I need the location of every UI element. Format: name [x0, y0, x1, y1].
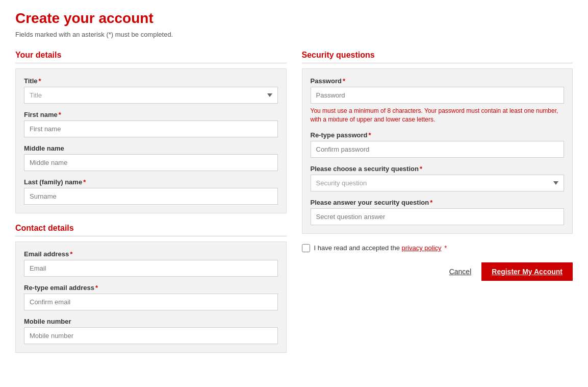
password-hint: You must use a minimum of 8 characters. … — [311, 107, 565, 124]
email-input[interactable] — [24, 260, 278, 277]
security-form-box: Password* You must use a minimum of 8 ch… — [302, 68, 573, 234]
last-name-label: Last (family) name* — [24, 178, 278, 186]
security-answer-field-group: Please answer your security question* — [311, 199, 565, 225]
mobile-input[interactable] — [24, 327, 278, 344]
privacy-label: I have read and accepted the privacy pol… — [314, 244, 447, 252]
first-name-label: First name* — [24, 111, 278, 118]
confirm-password-field-group: Re-type password* — [311, 131, 565, 158]
your-details-form-box: Title* TitleMrMrsMissMsDrProf First name… — [15, 68, 287, 213]
email-label: Email address* — [24, 250, 278, 258]
your-details-section-title: Your details — [15, 51, 287, 63]
register-button[interactable]: Register My Account — [481, 262, 573, 281]
contact-details-form-box: Email address* Re-type email address* Mo… — [15, 241, 287, 353]
action-row: Cancel Register My Account — [302, 262, 573, 281]
mobile-label: Mobile number — [24, 318, 278, 325]
contact-details-section-title: Contact details — [15, 224, 287, 236]
security-question-select[interactable]: Security questionWhat was the name of yo… — [311, 175, 565, 191]
confirm-password-label: Re-type password* — [311, 131, 565, 139]
password-input[interactable] — [311, 87, 565, 104]
privacy-policy-link[interactable]: privacy policy — [402, 244, 442, 252]
cancel-button[interactable]: Cancel — [449, 268, 472, 276]
confirm-email-field-group: Re-type email address* — [24, 284, 278, 310]
confirm-password-input[interactable] — [311, 141, 565, 158]
last-name-input[interactable] — [24, 188, 278, 205]
password-field-group: Password* You must use a minimum of 8 ch… — [311, 77, 565, 124]
title-select[interactable]: TitleMrMrsMissMsDrProf — [24, 87, 278, 104]
middle-name-label: Middle name — [24, 144, 278, 152]
privacy-checkbox[interactable] — [302, 244, 310, 252]
security-question-label: Please choose a security question* — [311, 165, 565, 173]
page-title: Create your account — [15, 10, 573, 27]
first-name-field-group: First name* — [24, 111, 278, 137]
confirm-email-input[interactable] — [24, 294, 278, 310]
mobile-field-group: Mobile number — [24, 318, 278, 344]
password-label: Password* — [311, 77, 565, 85]
confirm-email-label: Re-type email address* — [24, 284, 278, 292]
security-answer-label: Please answer your security question* — [311, 199, 565, 206]
security-section-title: Security questions — [302, 51, 573, 63]
security-answer-input[interactable] — [311, 208, 565, 225]
privacy-row: I have read and accepted the privacy pol… — [302, 244, 573, 252]
page-subtitle: Fields marked with an asterisk (*) must … — [15, 31, 573, 38]
last-name-field-group: Last (family) name* — [24, 178, 278, 205]
title-field-group: Title* TitleMrMrsMissMsDrProf — [24, 77, 278, 104]
middle-name-input[interactable] — [24, 154, 278, 171]
title-label: Title* — [24, 77, 278, 85]
email-field-group: Email address* — [24, 250, 278, 277]
middle-name-field-group: Middle name — [24, 144, 278, 171]
security-question-field-group: Please choose a security question* Secur… — [311, 165, 565, 191]
first-name-input[interactable] — [24, 120, 278, 137]
